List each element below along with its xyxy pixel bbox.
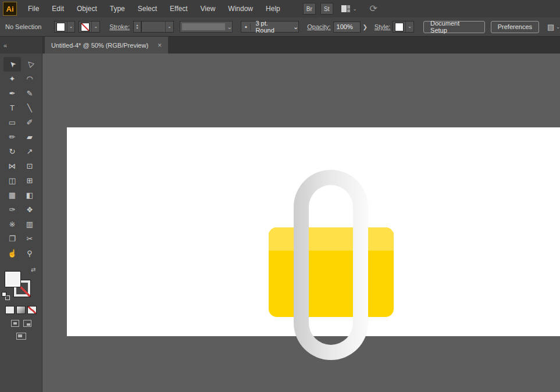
zoom-tool-icon: ⚲ bbox=[27, 249, 33, 258]
fill-swatch-icon bbox=[56, 23, 65, 31]
stroke-weight-dropdown[interactable]: ⌄ bbox=[141, 21, 174, 33]
chevron-down-icon: ⌄ bbox=[227, 23, 232, 31]
mesh-tool-icon: ▦ bbox=[9, 191, 16, 199]
gradient-button[interactable] bbox=[16, 306, 26, 314]
paint-mode-buttons bbox=[0, 306, 42, 314]
canvas-area[interactable] bbox=[42, 54, 560, 392]
selection-tool-icon: ➤ bbox=[7, 59, 17, 69]
menu-window[interactable]: Window bbox=[222, 0, 259, 17]
rotate-tool[interactable]: ↻ bbox=[3, 144, 21, 159]
illustrator-logo-icon: Ai bbox=[3, 2, 17, 16]
stepper-down-icon[interactable]: ▼ bbox=[136, 27, 139, 30]
none-button[interactable] bbox=[27, 306, 37, 314]
workspace-switcher[interactable]: ⌄ bbox=[341, 5, 357, 13]
rectangle-tool[interactable]: ▭ bbox=[3, 115, 21, 130]
selection-status: No Selection bbox=[5, 23, 47, 30]
scale-tool[interactable]: ↗ bbox=[21, 144, 38, 159]
menu-object[interactable]: Object bbox=[70, 0, 104, 17]
chevron-down-icon: ⌄ bbox=[353, 6, 357, 12]
line-segment-tool[interactable]: ╲ bbox=[21, 101, 38, 115]
curvature-tool[interactable]: ✎ bbox=[21, 86, 38, 101]
style-panel-link[interactable]: Style: bbox=[374, 23, 391, 30]
brush-definition-dropdown[interactable]: • 3 pt. Round ⌄ bbox=[241, 21, 299, 33]
perspective-grid-tool[interactable]: ⊞ bbox=[21, 173, 38, 188]
artboard-tool-icon: ❐ bbox=[9, 234, 16, 243]
fill-color-dropdown[interactable]: ⌄ bbox=[54, 21, 76, 33]
gradient-tool[interactable]: ◧ bbox=[21, 188, 38, 202]
style-swatch-icon bbox=[395, 23, 404, 31]
rotate-tool-icon: ↻ bbox=[9, 147, 16, 156]
draw-behind-icon[interactable] bbox=[23, 320, 31, 327]
blend-tool[interactable]: ❖ bbox=[21, 202, 38, 217]
free-transform-tool[interactable]: ⊡ bbox=[21, 159, 38, 173]
menu-edit[interactable]: Edit bbox=[45, 0, 70, 17]
preferences-button[interactable]: Preferences bbox=[491, 21, 539, 33]
menu-bar: Ai File Edit Object Type Select Effect V… bbox=[0, 0, 560, 17]
line-segment-tool-icon: ╲ bbox=[27, 104, 32, 112]
opacity-value: 100% bbox=[337, 23, 353, 30]
draw-normal-icon[interactable] bbox=[11, 320, 19, 327]
menu-help[interactable]: Help bbox=[259, 0, 287, 17]
magic-wand-tool[interactable]: ✦ bbox=[3, 72, 21, 86]
eyedropper-tool[interactable]: ✑ bbox=[3, 202, 21, 217]
chevron-down-icon: ⌄ bbox=[556, 24, 560, 30]
graphic-style-dropdown[interactable]: ⌄ bbox=[393, 21, 414, 33]
swap-fill-stroke-icon[interactable]: ⇄ bbox=[31, 266, 35, 273]
type-tool[interactable]: T bbox=[3, 101, 21, 115]
artboard-tool[interactable]: ❐ bbox=[3, 231, 21, 246]
bridge-button[interactable]: Br bbox=[303, 3, 316, 15]
opacity-input[interactable]: 100% bbox=[333, 22, 361, 33]
menu-effect[interactable]: Effect bbox=[163, 0, 194, 17]
menu-type[interactable]: Type bbox=[104, 0, 131, 17]
lock-shackle-shape[interactable] bbox=[294, 170, 368, 360]
symbol-sprayer-tool-icon: ※ bbox=[9, 220, 16, 229]
stroke-weight-stepper[interactable]: ▲ ▼ bbox=[133, 21, 141, 33]
stroke-panel-link[interactable]: Stroke: bbox=[109, 23, 130, 30]
menu-file[interactable]: File bbox=[22, 0, 45, 17]
color-button[interactable] bbox=[5, 306, 15, 314]
symbol-sprayer-tool[interactable]: ※ bbox=[3, 217, 21, 231]
paintbrush-tool-icon: ✐ bbox=[27, 118, 33, 127]
selection-tool[interactable]: ➤ bbox=[3, 57, 21, 72]
chevron-down-icon: ⌄ bbox=[165, 22, 173, 32]
chevron-down-icon: ⌄ bbox=[91, 22, 99, 32]
menu-select[interactable]: Select bbox=[131, 0, 163, 17]
hand-tool[interactable]: ☝ bbox=[3, 246, 21, 261]
width-tool[interactable]: ⋈ bbox=[3, 159, 21, 173]
tool-panel: ➤ ▷ ✦ ◠ ✒ ✎ T ╲ ▭ ✐ ✏ ▰ ↻ ↗ ⋈ ⊡ ◫ ⊞ ▦ ◧ … bbox=[0, 54, 42, 392]
opacity-flyout-icon[interactable]: ❯ bbox=[362, 24, 367, 30]
touch-workspace-icon[interactable]: ⟳ bbox=[369, 4, 377, 13]
fill-color-indicator[interactable] bbox=[5, 271, 21, 287]
shape-builder-tool-icon: ◫ bbox=[9, 176, 16, 185]
draw-mode-buttons bbox=[0, 320, 42, 327]
uniform-profile-icon bbox=[182, 23, 225, 30]
lasso-tool-icon: ◠ bbox=[26, 74, 33, 83]
slice-tool[interactable]: ✂ bbox=[21, 231, 38, 246]
magic-wand-tool-icon: ✦ bbox=[9, 74, 16, 83]
zoom-tool[interactable]: ⚲ bbox=[21, 246, 38, 261]
column-graph-tool[interactable]: ▥ bbox=[21, 217, 38, 231]
document-setup-button[interactable]: Document Setup bbox=[423, 21, 485, 33]
pen-tool[interactable]: ✒ bbox=[3, 86, 21, 101]
pencil-tool[interactable]: ✏ bbox=[3, 130, 21, 144]
stroke-color-dropdown[interactable]: ⌄ bbox=[79, 21, 100, 33]
panel-launcher[interactable]: ▤ ⌄ bbox=[547, 23, 560, 31]
width-tool-icon: ⋈ bbox=[9, 162, 16, 170]
close-tab-icon[interactable]: × bbox=[158, 41, 162, 49]
stock-button[interactable]: St bbox=[320, 3, 333, 15]
document-tab[interactable]: Untitled-4* @ 50% (RGB/Preview) × bbox=[45, 37, 168, 54]
chevron-down-icon: ⌄ bbox=[405, 22, 413, 32]
screen-mode-icon[interactable] bbox=[16, 333, 26, 340]
lasso-tool[interactable]: ◠ bbox=[21, 72, 38, 86]
opacity-panel-link[interactable]: Opacity: bbox=[307, 23, 330, 30]
mesh-tool[interactable]: ▦ bbox=[3, 188, 21, 202]
scale-tool-icon: ↗ bbox=[27, 147, 33, 156]
menu-view[interactable]: View bbox=[194, 0, 222, 17]
direct-selection-tool[interactable]: ▷ bbox=[21, 57, 38, 72]
shape-builder-tool[interactable]: ◫ bbox=[3, 173, 21, 188]
eraser-tool[interactable]: ▰ bbox=[21, 130, 38, 144]
default-fill-stroke-icon[interactable] bbox=[2, 292, 10, 300]
document-tab-title: Untitled-4* @ 50% (RGB/Preview) bbox=[51, 42, 148, 49]
tool-panel-collapse[interactable]: « bbox=[0, 37, 42, 54]
paintbrush-tool[interactable]: ✐ bbox=[21, 115, 38, 130]
